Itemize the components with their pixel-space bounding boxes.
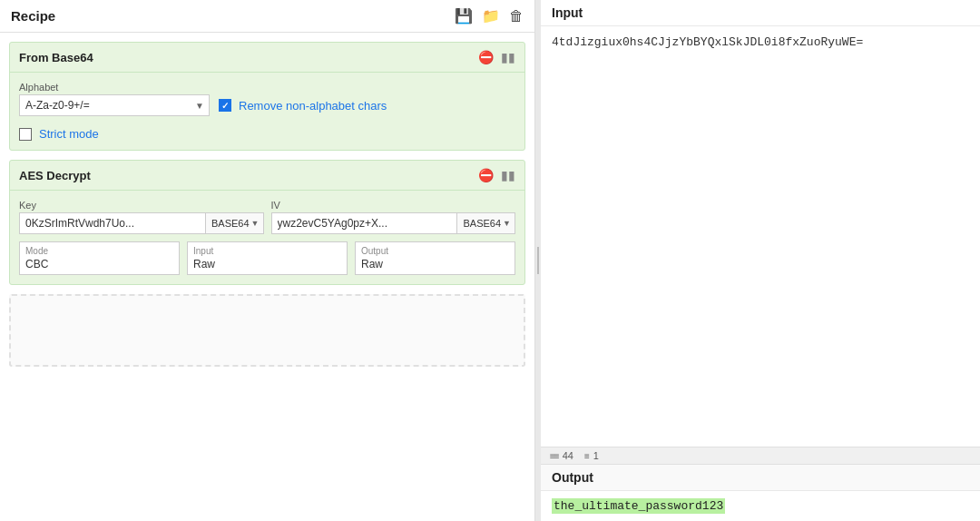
delete-icon[interactable]: 🗑 <box>509 8 524 25</box>
aes-decrypt-header: AES Decrypt ⛔ ▮▮ <box>10 161 524 191</box>
iv-input-row: BASE64 ▼ <box>271 212 516 234</box>
output-section: Output the_ultimate_password123 <box>541 465 980 521</box>
line-count-value: 1 <box>593 450 599 461</box>
remove-non-alphabet-label[interactable]: Remove non-alphabet chars <box>239 99 387 113</box>
aes-output-value: Raw <box>361 258 509 270</box>
aes-pause-icon[interactable]: ▮▮ <box>501 168 515 182</box>
right-panel: Input 4tdJizgiux0hs4CJjzYbBYQxlSkJDL0i8f… <box>541 0 980 521</box>
recipe-header: Recipe 💾 📁 🗑 <box>0 0 534 33</box>
aes-output-label: Output <box>361 246 509 256</box>
iv-field: IV BASE64 ▼ <box>271 200 516 234</box>
alphabet-select[interactable]: A-Za-z0-9+/= <box>19 94 210 116</box>
input-section: Input 4tdJizgiux0hs4CJjzYbBYQxlSkJDL0i8f… <box>541 0 980 465</box>
mode-field: Mode CBC <box>19 241 180 275</box>
from-base64-header: From Base64 ⛔ ▮▮ <box>10 43 524 73</box>
iv-input[interactable] <box>272 213 457 233</box>
iv-type-selector[interactable]: BASE64 ▼ <box>456 213 514 233</box>
key-type-arrow-icon: ▼ <box>251 219 260 228</box>
aes-input-label: Input <box>193 246 341 256</box>
output-title: Output <box>552 470 593 485</box>
aes-disable-icon[interactable]: ⛔ <box>478 168 494 182</box>
alphabet-row: Alphabet A-Za-z0-9+/= ▼ Remove non-alpha… <box>19 82 515 116</box>
remove-non-alphabet-checkbox[interactable] <box>219 99 231 112</box>
remove-non-alphabet-row: Remove non-alphabet chars <box>219 99 387 113</box>
line-count-icon: ≡ <box>584 451 590 461</box>
from-base64-body: Alphabet A-Za-z0-9+/= ▼ Remove non-alpha… <box>10 73 524 150</box>
recipe-title: Recipe <box>11 8 455 24</box>
input-title: Input <box>552 5 583 20</box>
key-type-selector[interactable]: BASE64 ▼ <box>205 213 263 233</box>
alphabet-label: Alphabet <box>19 82 210 93</box>
aes-decrypt-controls: ⛔ ▮▮ <box>478 168 515 182</box>
key-type-label: BASE64 <box>211 218 250 229</box>
key-field: Key BASE64 ▼ <box>19 200 264 234</box>
alphabet-select-wrapper: A-Za-z0-9+/= ▼ <box>19 94 210 116</box>
char-count-icon: ≡≡ <box>550 451 559 461</box>
mode-value: CBC <box>25 258 173 270</box>
from-base64-card: From Base64 ⛔ ▮▮ Alphabet A-Za-z0-9+/= ▼ <box>9 42 525 151</box>
iv-label: IV <box>271 200 516 211</box>
recipe-toolbar: 💾 📁 🗑 <box>455 7 524 25</box>
key-input-row: BASE64 ▼ <box>19 212 264 234</box>
strict-mode-row: Strict mode <box>19 127 515 141</box>
left-panel: Recipe 💾 📁 🗑 From Base64 ⛔ ▮▮ Alphabet <box>0 0 535 521</box>
drop-zone[interactable] <box>9 294 525 367</box>
pause-icon[interactable]: ▮▮ <box>501 50 515 64</box>
input-status-bar: ≡≡ 44 ≡ 1 <box>541 447 980 464</box>
strict-mode-checkbox[interactable] <box>19 128 32 141</box>
open-icon[interactable]: 📁 <box>482 7 500 25</box>
aes-decrypt-body: Key BASE64 ▼ IV BASE64 <box>10 191 524 284</box>
output-value: the_ultimate_password123 <box>552 498 725 514</box>
strict-mode-label[interactable]: Strict mode <box>39 127 99 141</box>
from-base64-controls: ⛔ ▮▮ <box>478 50 515 64</box>
iv-type-arrow-icon: ▼ <box>503 219 511 228</box>
char-count-value: 44 <box>563 450 573 461</box>
output-section-header: Output <box>541 465 980 491</box>
output-content: the_ultimate_password123 <box>541 491 980 521</box>
aes-input-value: Raw <box>193 258 341 270</box>
mode-label: Mode <box>25 246 173 256</box>
input-section-header: Input <box>541 0 980 26</box>
mode-row: Mode CBC Input Raw Output Raw <box>19 241 515 275</box>
key-iv-row: Key BASE64 ▼ IV BASE64 <box>19 200 515 234</box>
key-input[interactable] <box>20 213 205 233</box>
aes-decrypt-card: AES Decrypt ⛔ ▮▮ Key BASE64 ▼ <box>9 160 525 285</box>
disable-icon[interactable]: ⛔ <box>478 50 494 64</box>
line-count-item: ≡ 1 <box>584 450 599 461</box>
key-label: Key <box>19 200 264 211</box>
from-base64-title: From Base64 <box>19 51 478 64</box>
aes-decrypt-title: AES Decrypt <box>19 169 478 182</box>
resize-handle[interactable] <box>535 0 541 521</box>
input-textarea[interactable]: 4tdJizgiux0hs4CJjzYbBYQxlSkJDL0i8fxZuoRy… <box>541 26 980 447</box>
char-count-item: ≡≡ 44 <box>550 450 573 461</box>
alphabet-field: Alphabet A-Za-z0-9+/= ▼ <box>19 82 210 116</box>
iv-type-label: BASE64 <box>463 218 501 229</box>
aes-output-field: Output Raw <box>355 241 515 275</box>
save-icon[interactable]: 💾 <box>455 7 473 25</box>
aes-input-field: Input Raw <box>187 241 348 275</box>
